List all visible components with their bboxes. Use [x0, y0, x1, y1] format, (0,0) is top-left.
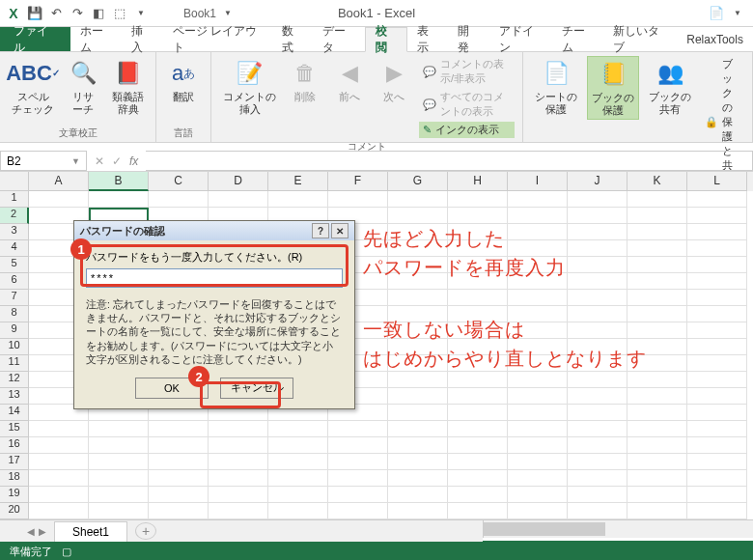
enter-formula-icon[interactable]: ✓ — [112, 154, 122, 168]
cell[interactable] — [568, 208, 628, 224]
cell[interactable] — [508, 454, 568, 470]
tab-file[interactable]: ファイル — [0, 27, 70, 51]
tab-team[interactable]: チーム — [552, 27, 604, 51]
ok-button[interactable]: OK — [135, 378, 209, 399]
tab-developer[interactable]: 開発 — [448, 27, 488, 51]
undo-icon[interactable]: ↶ — [48, 6, 64, 21]
cell[interactable] — [29, 503, 89, 519]
cell[interactable] — [687, 224, 747, 240]
sheet-nav-next-icon[interactable]: ▶ — [39, 526, 46, 537]
cell[interactable] — [628, 503, 687, 519]
cell[interactable] — [328, 191, 388, 208]
cell[interactable] — [568, 405, 628, 421]
cell[interactable] — [568, 224, 628, 240]
cell[interactable] — [448, 290, 508, 306]
cell[interactable] — [268, 437, 328, 454]
new-comment-button[interactable]: 📝 コメントの 挿入 — [219, 56, 280, 118]
cell[interactable] — [448, 487, 508, 503]
select-all-corner[interactable] — [0, 172, 29, 191]
dialog-titlebar[interactable]: パスワードの確認 ? ✕ — [74, 221, 354, 240]
row-header[interactable]: 10 — [0, 339, 29, 355]
cell[interactable] — [149, 437, 209, 454]
show-ink-button[interactable]: ✎ インクの表示 — [419, 122, 515, 138]
row-header[interactable]: 19 — [0, 487, 29, 503]
cell[interactable] — [687, 339, 747, 355]
cell[interactable] — [89, 437, 149, 454]
cell[interactable] — [448, 454, 508, 470]
cell[interactable] — [508, 372, 568, 388]
cell[interactable] — [448, 388, 508, 405]
row-header[interactable]: 8 — [0, 306, 29, 322]
cells-area[interactable]: パスワードの確認 ? ✕ パスワードをもう一度入力してください。(R) 注意: … — [29, 191, 753, 519]
column-header[interactable]: C — [149, 172, 209, 191]
tab-relaxtools[interactable]: RelaxTools — [677, 27, 753, 51]
cell[interactable] — [328, 487, 388, 503]
cell[interactable] — [628, 372, 687, 388]
cell[interactable] — [328, 454, 388, 470]
tab-newtab[interactable]: 新しいタブ — [603, 27, 677, 51]
cell[interactable] — [687, 290, 747, 306]
column-header[interactable]: E — [268, 172, 328, 191]
cell[interactable] — [29, 470, 89, 487]
cell[interactable] — [388, 372, 448, 388]
cell[interactable] — [388, 487, 448, 503]
cell[interactable] — [388, 388, 448, 405]
cell[interactable] — [687, 240, 747, 257]
cell[interactable] — [508, 503, 568, 519]
cell[interactable] — [687, 388, 747, 405]
cell[interactable] — [568, 470, 628, 487]
qat-dropdown2-icon[interactable]: ▼ — [220, 6, 236, 21]
cell[interactable] — [209, 470, 268, 487]
cell[interactable] — [268, 421, 328, 437]
row-header[interactable]: 6 — [0, 273, 29, 290]
cell[interactable] — [628, 240, 687, 257]
column-header[interactable]: L — [687, 172, 747, 191]
cell[interactable] — [687, 487, 747, 503]
row-header[interactable]: 17 — [0, 454, 29, 470]
sheet-nav-prev-icon[interactable]: ◀ — [27, 526, 35, 537]
cell[interactable] — [388, 290, 448, 306]
name-box-dropdown-icon[interactable]: ▼ — [71, 156, 80, 166]
row-header[interactable]: 15 — [0, 421, 29, 437]
cell[interactable] — [89, 503, 149, 519]
cell[interactable] — [448, 421, 508, 437]
cell[interactable] — [687, 355, 747, 372]
cell[interactable] — [687, 372, 747, 388]
cell[interactable] — [149, 470, 209, 487]
cell[interactable] — [508, 208, 568, 224]
cell[interactable] — [209, 503, 268, 519]
row-header[interactable]: 2 — [0, 208, 29, 224]
cancel-formula-icon[interactable]: ✕ — [95, 154, 104, 168]
row-header[interactable]: 3 — [0, 224, 29, 240]
cell[interactable] — [89, 470, 149, 487]
show-hide-comment-button[interactable]: 💬 コメントの表示/非表示 — [419, 56, 515, 87]
cell[interactable] — [149, 454, 209, 470]
cell[interactable] — [568, 372, 628, 388]
cell[interactable] — [149, 503, 209, 519]
cell[interactable] — [89, 454, 149, 470]
cell[interactable] — [568, 437, 628, 454]
doc-icon[interactable]: 📄 — [709, 6, 724, 21]
cell[interactable] — [388, 437, 448, 454]
share-workbook-button[interactable]: 👥 ブックの 共有 — [645, 56, 695, 118]
sheet-tab-1[interactable]: Sheet1 — [54, 521, 127, 542]
cell[interactable] — [628, 224, 687, 240]
cell[interactable] — [268, 470, 328, 487]
column-header[interactable]: B — [89, 172, 149, 191]
cell[interactable] — [388, 503, 448, 519]
cell[interactable] — [687, 273, 747, 290]
cell[interactable] — [209, 421, 268, 437]
tab-page-layout[interactable]: ページ レイアウト — [163, 27, 272, 51]
titlebar-dropdown-icon[interactable]: ▼ — [730, 6, 745, 21]
cell[interactable] — [568, 191, 628, 208]
column-header[interactable]: J — [568, 172, 628, 191]
cell[interactable] — [508, 191, 568, 208]
cell[interactable] — [628, 405, 687, 421]
cell[interactable] — [448, 470, 508, 487]
row-header[interactable]: 9 — [0, 322, 29, 339]
qat-icon-1[interactable]: ◧ — [91, 6, 106, 21]
row-header[interactable]: 18 — [0, 470, 29, 487]
show-all-comments-button[interactable]: 💬 すべてのコメントの表示 — [419, 89, 515, 120]
cell[interactable] — [628, 421, 687, 437]
cell[interactable] — [328, 470, 388, 487]
